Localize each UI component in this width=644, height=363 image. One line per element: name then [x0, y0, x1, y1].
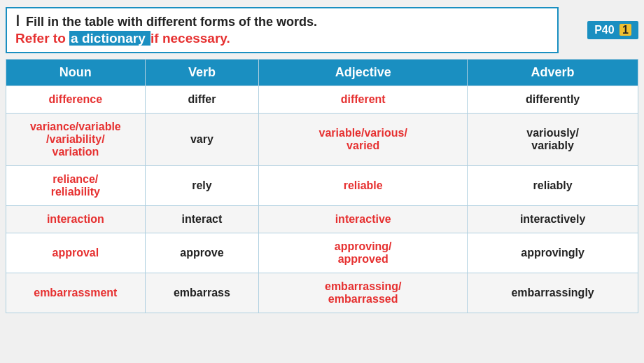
noun-cell: embarrassment: [6, 273, 146, 313]
header-area: Ⅰ Fill in the table with different forms…: [6, 7, 638, 53]
adverb-cell: interactively: [468, 206, 638, 233]
instruction-line2: Refer to a dictionary if necessary.: [15, 31, 549, 46]
adverb-cell: reliably: [468, 166, 638, 206]
page-badge-text: P40: [594, 24, 614, 36]
adjective-cell: approving/approved: [259, 233, 468, 273]
verb-cell: differ: [145, 86, 259, 114]
adverb-cell: approvingly: [468, 233, 638, 273]
if-necessary-text: if necessary.: [150, 31, 230, 46]
adjective-cell: different: [259, 86, 468, 114]
table-row: variance/variable/variability/variationv…: [6, 114, 638, 166]
table-row: approvalapproveapproving/approvedapprovi…: [6, 233, 638, 273]
col-adverb: Adverb: [468, 60, 638, 86]
adverb-cell: variously/variably: [468, 114, 638, 166]
noun-cell: difference: [6, 86, 146, 114]
word-forms-table: Noun Verb Adjective Adverb differencedif…: [6, 59, 638, 313]
instruction-line1: Ⅰ Fill in the table with different forms…: [15, 13, 549, 29]
verb-cell: approve: [145, 233, 259, 273]
noun-cell: approval: [6, 233, 146, 273]
adjective-cell: embarrassing/embarrassed: [259, 273, 468, 313]
adjective-cell: reliable: [259, 166, 468, 206]
noun-cell: reliance/reliability: [6, 166, 146, 206]
table-header-row: Noun Verb Adjective Adverb: [6, 60, 638, 86]
verb-cell: rely: [145, 166, 259, 206]
adverb-cell: differently: [468, 86, 638, 114]
dictionary-highlight: a dictionary: [69, 31, 150, 46]
refer-to-text: Refer to: [15, 31, 66, 46]
noun-cell: variance/variable/variability/variation: [6, 114, 146, 166]
verb-cell: vary: [145, 114, 259, 166]
instruction-box: Ⅰ Fill in the table with different forms…: [6, 7, 559, 53]
adjective-cell: variable/various/varied: [259, 114, 468, 166]
verb-cell: embarrass: [145, 273, 259, 313]
adjective-cell: interactive: [259, 206, 468, 233]
instruction-text: Fill in the table with different forms o…: [26, 15, 317, 29]
table-row: differencedifferdifferentdifferently: [6, 86, 638, 114]
verb-cell: interact: [145, 206, 259, 233]
table-row: interactioninteractinteractiveinteractiv…: [6, 206, 638, 233]
col-adjective: Adjective: [259, 60, 468, 86]
badge-number: 1: [620, 24, 631, 36]
cursor-symbol: Ⅰ: [15, 13, 20, 29]
noun-cell: interaction: [6, 206, 146, 233]
adverb-cell: embarrassingly: [468, 273, 638, 313]
table-row: embarrassmentembarrassembarrassing/embar…: [6, 273, 638, 313]
col-verb: Verb: [145, 60, 259, 86]
table-row: reliance/reliabilityrelyreliablereliably: [6, 166, 638, 206]
col-noun: Noun: [6, 60, 146, 86]
page-badge: P40 1: [587, 21, 638, 39]
